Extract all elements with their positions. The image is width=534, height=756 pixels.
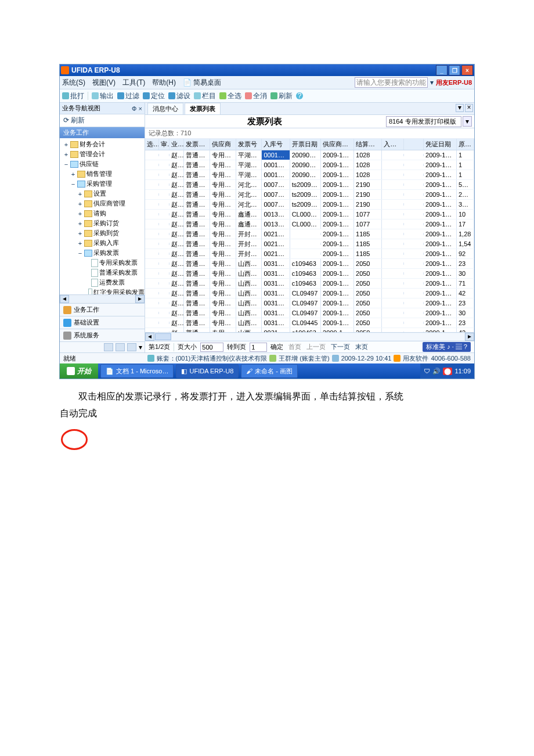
tree-toggle-icon[interactable]: + xyxy=(77,240,83,247)
col-invoicetype[interactable]: 发票类型 xyxy=(184,139,210,150)
table-row[interactable]: 赵维普通采购专用发票鑫通机械00131567CL00009782009-12-0… xyxy=(145,210,474,219)
table-row[interactable]: 赵维普通采购专用发票河北天仪00071672…ts200912022009-12… xyxy=(145,190,474,200)
tool-help[interactable]: ? xyxy=(296,92,303,99)
prev-page[interactable]: 上一页 xyxy=(306,343,326,350)
table-row[interactable]: 赵维普通采购专用发票山西信实00310563CL094972009-12-122… xyxy=(145,298,474,308)
function-search-input[interactable]: 请输入您要搜索的功能 xyxy=(355,77,428,88)
goto-input[interactable] xyxy=(250,343,267,352)
nav-pin-close[interactable]: Ф × xyxy=(132,105,142,112)
col-invoiceno[interactable]: 发票号 xyxy=(236,139,262,150)
col-supplierno[interactable]: 供应商编号 xyxy=(321,139,354,150)
tree-item[interactable]: 专用采购发票 xyxy=(60,258,145,268)
table-row[interactable]: 赵维普通采购专用发票平湖忠诚000137072009012…2009-12-16… xyxy=(145,150,474,160)
table-row[interactable]: 赵维普通采购专用发票平湖忠诚000137072009012102009-12-1… xyxy=(145,170,474,180)
tree-item[interactable]: +采购入库 xyxy=(60,238,145,248)
last-page[interactable]: 末页 xyxy=(355,343,368,350)
template-select[interactable]: 8164 专用发票打印模版 xyxy=(386,116,461,127)
nav-hscroll[interactable]: ◂ ▸ xyxy=(60,294,145,303)
task-ufida[interactable]: ◧ UFIDA ERP-U8 xyxy=(176,364,239,378)
tree-toggle-icon[interactable]: + xyxy=(77,210,83,217)
tree-item[interactable]: +销售管理 xyxy=(60,169,145,179)
nav-panel-basic[interactable]: 基础设置 xyxy=(60,316,145,329)
table-row[interactable]: 赵维普通采购专用发票山西信实00310563c1094632009-12-122… xyxy=(145,259,474,269)
nav-refresh[interactable]: ⟳ 刷新 xyxy=(60,114,145,127)
ime-bar[interactable]: 标准美 ♪ · ▤ ? xyxy=(423,342,471,352)
tab-close-icon[interactable]: × xyxy=(465,104,473,112)
menu-tools[interactable]: 工具(T) xyxy=(122,78,145,88)
table-row[interactable]: 赵维普通采购专用发票山西信实00310563CL094972009-12-122… xyxy=(145,308,474,318)
table-row[interactable]: 赵维普通采购专用发票山西信实00310563c1094632009-12-122… xyxy=(145,328,474,332)
scroll-right-icon[interactable]: ▸ xyxy=(465,333,474,341)
menu-help[interactable]: 帮助(H) xyxy=(152,78,176,88)
table-row[interactable]: 赵维普通采购专用发票开封高…002164692009-12-0311852009… xyxy=(145,249,474,259)
pagesize-input[interactable] xyxy=(200,343,223,352)
col-settledate[interactable]: 结算日期 xyxy=(354,139,382,150)
tree-toggle-icon[interactable]: + xyxy=(63,151,69,158)
tool-deselect-all[interactable]: 全消 xyxy=(245,91,267,101)
goto-ok-button[interactable]: 确定 xyxy=(270,343,283,351)
scroll-right-icon[interactable]: ▸ xyxy=(135,295,145,303)
col-voucherdate[interactable]: 凭证日期 xyxy=(424,139,457,150)
tool-filter-setting[interactable]: 滤设 xyxy=(168,91,190,101)
tree-item[interactable]: +采购订货 xyxy=(60,218,145,228)
nav-chip[interactable] xyxy=(116,343,125,351)
tool-output[interactable]: 输出 xyxy=(92,91,114,101)
tree-toggle-icon[interactable]: − xyxy=(77,250,83,257)
tree-item[interactable]: 普通采购发票 xyxy=(60,268,145,278)
tray-icon[interactable]: 🛡 xyxy=(424,368,430,375)
tree-item[interactable]: −采购管理 xyxy=(60,179,145,189)
template-dropdown-icon[interactable]: ▾ xyxy=(463,116,472,127)
tray-icon[interactable]: ⬤ xyxy=(443,368,452,375)
tool-select-all[interactable]: 全选 xyxy=(219,91,241,101)
tree-item[interactable]: +供应商管理 xyxy=(60,199,145,208)
menu-system[interactable]: 系统(S) xyxy=(62,78,85,88)
first-page[interactable]: 首页 xyxy=(288,343,301,350)
start-button[interactable]: 开始 xyxy=(60,363,98,379)
tool-columns[interactable]: 栏目 xyxy=(194,91,216,101)
table-row[interactable]: 赵维普通采购专用发票山西信实00310563CL094972009-12-122… xyxy=(145,289,474,298)
scroll-thumb[interactable] xyxy=(155,333,171,340)
tree-toggle-icon[interactable]: + xyxy=(77,190,83,197)
col-supplier[interactable]: 供应商 xyxy=(210,139,236,150)
tree-item[interactable]: −供应链 xyxy=(60,159,145,169)
nav-chip[interactable] xyxy=(104,343,113,351)
tray[interactable]: 🛡 🔊 ⬤ 11:09 xyxy=(420,363,474,379)
tree-item[interactable]: +请购 xyxy=(60,208,145,218)
table-row[interactable]: 赵维普通采购专用发票河北天仪00071672…ts200912022009-12… xyxy=(145,200,474,210)
tab-invoice-list[interactable]: 发票列表 xyxy=(185,103,221,114)
table-row[interactable]: 赵维普通采购专用发票山西信实00310563CL094452009-12-122… xyxy=(145,318,474,328)
table-row[interactable]: 赵维普通采购专用发票平湖忠诚000137072009012012009-12-1… xyxy=(145,160,474,170)
tree-toggle-icon[interactable]: + xyxy=(77,230,83,237)
tree-item[interactable]: +设置 xyxy=(60,189,145,199)
tree-item[interactable]: +管理会计 xyxy=(60,149,145,159)
tree-item[interactable]: +财务会计 xyxy=(60,139,145,149)
task-paint[interactable]: 🖌 未命名 - 画图 xyxy=(241,364,298,378)
menu-simple-desktop[interactable]: 📄 简易桌面 xyxy=(183,78,221,88)
minimize-button[interactable]: _ xyxy=(436,65,448,75)
col-select[interactable]: 选择 xyxy=(145,139,159,150)
col-inno[interactable]: 入库号 xyxy=(262,139,290,150)
tree-toggle-icon[interactable]: + xyxy=(70,171,76,178)
tool-locate[interactable]: 定位 xyxy=(143,91,165,101)
table-row[interactable]: 赵维普通采购专用发票鑫通机械00131567CL00009782009-12-0… xyxy=(145,219,474,229)
tree-toggle-icon[interactable]: + xyxy=(63,141,69,148)
col-audit[interactable]: 审… xyxy=(159,139,169,150)
scroll-left-icon[interactable]: ◂ xyxy=(145,333,154,341)
tree-item[interactable]: 运费发票 xyxy=(60,278,145,287)
tree-toggle-icon[interactable]: − xyxy=(63,161,69,168)
table-row[interactable]: 赵维普通采购专用发票山西信实00310563c1094632009-12-122… xyxy=(145,279,474,289)
scroll-left-icon[interactable]: ◂ xyxy=(60,295,69,303)
restore-button[interactable]: ❐ xyxy=(449,65,460,75)
col-billdate[interactable]: 开票日期 xyxy=(290,139,321,150)
menu-view[interactable]: 视图(V) xyxy=(92,78,116,88)
nav-panel-system[interactable]: 系统服务 xyxy=(60,329,145,341)
grid-hscroll[interactable]: ◂ ▸ xyxy=(145,332,474,341)
nav-chip[interactable] xyxy=(127,343,136,351)
col-amount[interactable]: 原币… xyxy=(457,139,474,150)
nav-expand-icon[interactable]: ▾ xyxy=(139,343,142,351)
tab-dropdown-icon[interactable]: ▾ xyxy=(456,104,464,112)
table-row[interactable]: 赵维普通采购专用发票开封高…002164692009-12-0311852009… xyxy=(145,239,474,249)
nav-panel-business[interactable]: 业务工作 xyxy=(60,303,145,316)
tool-filter[interactable]: 过滤 xyxy=(117,91,139,101)
tree-toggle-icon[interactable]: + xyxy=(77,200,83,207)
